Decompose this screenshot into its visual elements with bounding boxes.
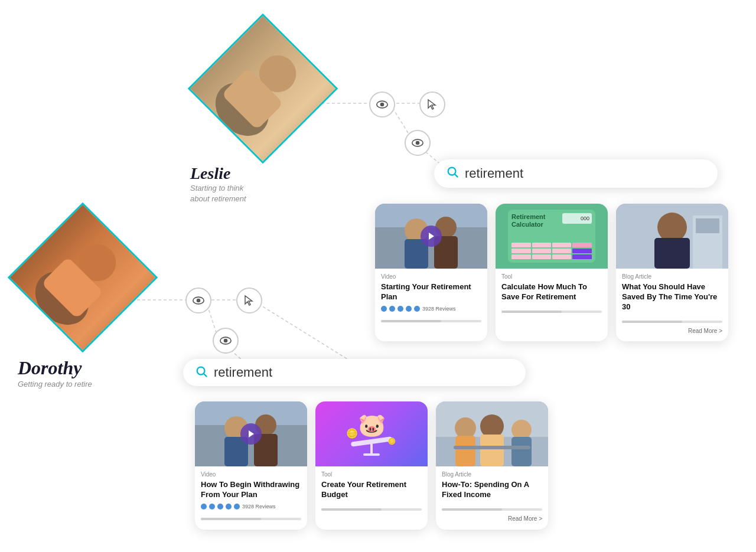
card-title-3-top: What You Should Have Saved By The Time Y… (622, 282, 722, 312)
search-bar-top[interactable] (434, 159, 718, 188)
card-type-3-top: Blog Article (622, 273, 722, 280)
cards-row-bottom: Video How To Begin Withdrawing From Your… (195, 401, 548, 530)
card-type-3-bottom: Blog Article (442, 471, 542, 478)
card-video-withdrawing[interactable]: Video How To Begin Withdrawing From Your… (195, 401, 307, 530)
svg-point-20 (197, 299, 200, 302)
dorothy-photo (8, 202, 158, 353)
leslie-description: Starting to thinkabout retirement (190, 183, 246, 204)
card-image-retirement-plan (375, 204, 487, 269)
read-more-saved-by-30[interactable]: Read More > (616, 325, 728, 334)
card-stars-1-bottom: 3928 Reviews (201, 504, 301, 509)
card-bar-3-top (622, 321, 722, 323)
cursor-icon-dorothy (236, 288, 262, 313)
card-image-saved-by-30 (616, 204, 728, 269)
svg-rect-34 (654, 238, 690, 269)
card-body-fixed-income: Blog Article How-To: Spending On A Fixed… (436, 466, 548, 506)
svg-point-52 (511, 420, 532, 440)
card-body-budget: Tool Create Your Retirement Budget (315, 466, 428, 506)
card-bar-3-bottom (442, 508, 542, 511)
eye-icon-leslie-2 (405, 130, 431, 156)
search-icon-top (446, 165, 459, 182)
eye-icon-dorothy-2 (213, 328, 239, 354)
main-scene: Leslie Starting to thinkabout retirement… (0, 0, 756, 552)
search-bar-bottom[interactable] (183, 359, 526, 386)
card-body-retirement-plan: Video Starting Your Retirement Plan 3928… (375, 269, 487, 318)
card-type-1-top: Video (381, 273, 481, 280)
svg-point-18 (416, 142, 419, 145)
svg-point-23 (448, 168, 456, 175)
search-icon-bottom (195, 365, 208, 380)
play-button-top[interactable] (421, 226, 442, 247)
dorothy-name: Dorothy (18, 357, 92, 379)
card-tool-calculator[interactable]: RetirementCalculator (496, 204, 608, 341)
cards-row-top: Video Starting Your Retirement Plan 3928… (375, 204, 728, 341)
card-reviews-1-top: 3928 Reviews (422, 306, 456, 312)
card-title-1-bottom: How To Begin Withdrawing From Your Plan (201, 480, 301, 500)
leslie-image (190, 15, 335, 161)
card-image-fixed-income (436, 401, 548, 466)
card-body-withdrawing: Video How To Begin Withdrawing From Your… (195, 466, 307, 515)
play-button-bottom[interactable] (240, 423, 262, 445)
card-body-saved-by-30: Blog Article What You Should Have Saved … (616, 269, 728, 318)
search-input-top[interactable] (465, 166, 666, 181)
svg-point-22 (224, 339, 227, 342)
card-image-budget: 🐷 🪙 🪙 (315, 401, 428, 466)
card-bar-2-top (501, 311, 602, 313)
svg-rect-54 (454, 446, 530, 449)
leslie-name: Leslie (190, 164, 246, 183)
svg-marker-31 (429, 233, 434, 240)
svg-rect-36 (696, 218, 719, 233)
card-stars-1-top: 3928 Reviews (381, 306, 481, 312)
card-bar-1-top (381, 320, 481, 322)
card-image-withdrawing (195, 401, 307, 466)
card-type-1-bottom: Video (201, 471, 301, 478)
svg-rect-51 (480, 435, 504, 466)
card-title-1-top: Starting Your Retirement Plan (381, 282, 481, 302)
dorothy-description: Getting ready to retire (18, 379, 92, 390)
eye-icon-leslie-1 (369, 92, 395, 117)
card-title-2-top: Calculate How Much To Save For Retiremen… (501, 282, 602, 302)
cursor-icon-leslie (419, 92, 445, 117)
card-body-calculator: Tool Calculate How Much To Save For Reti… (496, 269, 608, 308)
card-type-2-top: Tool (501, 273, 602, 280)
card-bar-1-bottom (201, 518, 301, 520)
card-title-3-bottom: How-To: Spending On A Fixed Income (442, 480, 542, 500)
svg-point-33 (657, 213, 687, 242)
card-blog-fixed-income[interactable]: Blog Article How-To: Spending On A Fixed… (436, 401, 548, 530)
card-image-calculator: RetirementCalculator (496, 204, 608, 269)
card-type-2-bottom: Tool (321, 471, 422, 478)
card-title-2-bottom: Create Your Retirement Budget (321, 480, 422, 500)
dorothy-label: Dorothy Getting ready to retire (18, 357, 92, 390)
svg-point-37 (197, 367, 205, 375)
dorothy-image (9, 204, 155, 350)
svg-point-48 (455, 417, 476, 439)
svg-line-24 (455, 174, 458, 177)
leslie-label: Leslie Starting to thinkabout retirement (190, 164, 246, 204)
card-reviews-1-bottom: 3928 Reviews (242, 504, 276, 509)
svg-line-38 (204, 374, 207, 377)
card-bar-2-bottom (321, 508, 422, 511)
svg-marker-45 (249, 430, 254, 437)
card-video-retirement-plan[interactable]: Video Starting Your Retirement Plan 3928… (375, 204, 487, 341)
read-more-fixed-income[interactable]: Read More > (436, 513, 548, 522)
eye-icon-dorothy-1 (185, 288, 211, 313)
card-blog-saved-by-30[interactable]: Blog Article What You Should Have Saved … (616, 204, 728, 341)
svg-rect-49 (455, 436, 475, 466)
svg-point-16 (381, 103, 384, 106)
card-tool-budget[interactable]: 🐷 🪙 🪙 Tool Create Your Retirement Budget (315, 401, 428, 530)
svg-rect-53 (511, 437, 532, 466)
leslie-photo (188, 14, 338, 164)
search-input-bottom[interactable] (214, 365, 474, 380)
